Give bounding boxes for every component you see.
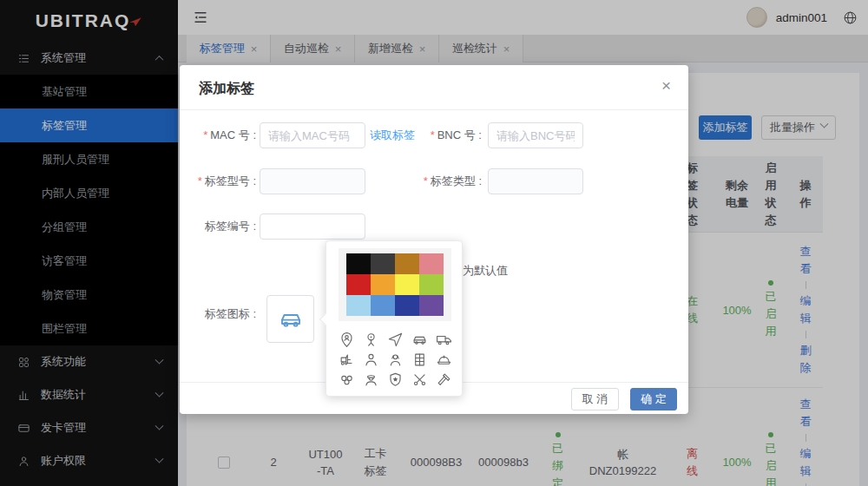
palette-swatch-8[interactable] [346,295,371,316]
picker-icon-group-circles[interactable] [337,371,356,390]
picker-icon-scissors[interactable] [410,371,429,390]
dialog-title: 添加标签 [199,80,254,98]
required-marker: * [203,128,207,141]
picker-icon-person-pin[interactable] [337,331,356,350]
palette-swatch-4[interactable] [346,274,371,295]
palette-swatch-7[interactable] [419,274,444,295]
palette-swatch-5[interactable] [371,274,395,295]
picker-icon-cabinet[interactable] [410,351,429,370]
picker-icon-woman[interactable] [385,351,404,370]
tag-code-input[interactable] [260,213,365,240]
tag-type-label: *标签类型 : [404,168,482,194]
palette-swatch-2[interactable] [395,253,419,274]
palette-swatch-6[interactable] [395,274,419,295]
bnc-label: *BNC 号 : [404,122,482,148]
picker-icon-man[interactable] [361,351,380,370]
required-marker: * [431,128,435,141]
required-marker: * [424,174,428,187]
palette-swatch-9[interactable] [371,295,395,316]
mac-label: *MAC 号 : [180,122,256,148]
picker-icon-officer[interactable] [361,371,380,390]
tag-type-input[interactable] [488,168,583,194]
palette-swatch-10[interactable] [395,295,419,316]
picker-icon-helmet[interactable] [434,351,453,370]
palette-swatch-0[interactable] [346,253,371,274]
dialog-header: 添加标签 × [180,65,688,110]
picker-icon-forklift[interactable] [337,351,356,370]
picker-icon-navigation[interactable] [385,331,404,350]
picker-icon-location-pin[interactable] [361,331,380,350]
car-icon [278,306,304,332]
palette-swatch-1[interactable] [371,253,395,274]
bnc-input[interactable] [488,122,583,148]
default-value-note: 为默认值 [463,263,508,279]
color-palette [339,248,451,321]
picker-icon-truck[interactable] [434,331,453,350]
mac-input[interactable] [260,122,365,148]
icon-grid [334,330,457,390]
tag-model-label: *标签型号 : [180,168,256,194]
tag-icon-button[interactable] [266,295,314,343]
tag-model-input[interactable] [260,168,365,194]
tag-code-label: 标签编号 : [180,213,256,240]
picker-icon-car[interactable] [410,331,429,350]
palette-swatch-3[interactable] [419,253,444,274]
palette-swatch-11[interactable] [419,295,444,316]
cancel-button[interactable]: 取 消 [571,388,619,410]
confirm-button[interactable]: 确 定 [630,388,677,410]
picker-icon-badge-shield[interactable] [385,371,404,390]
close-icon[interactable]: × [661,77,671,94]
required-marker: * [198,174,202,187]
tag-icon-label: 标签图标 : [180,301,256,327]
palette-grid [346,253,444,316]
picker-icon-hammer[interactable] [434,371,453,390]
icon-picker-popup [326,240,463,397]
